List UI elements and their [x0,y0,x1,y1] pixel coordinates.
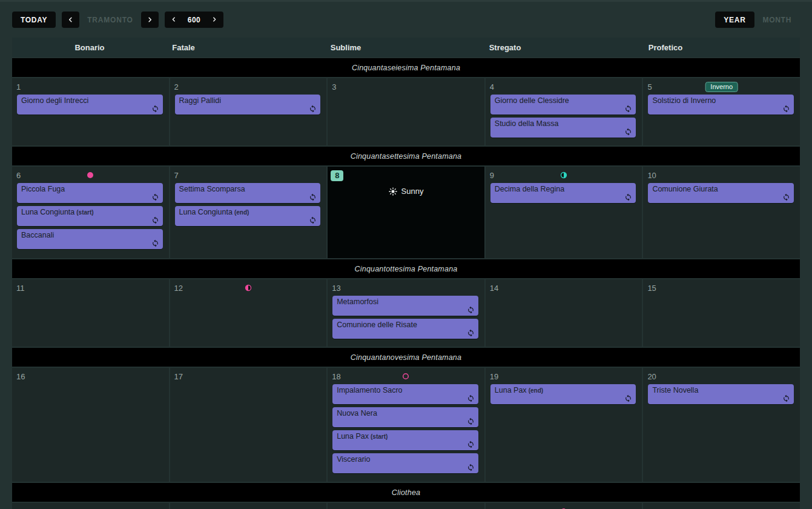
event-suffix: (start) [76,209,93,216]
event-title: Solstizio di Inverno [652,96,716,105]
day-cell-10[interactable]: 10Comunione Giurata [643,167,800,258]
event-pill[interactable]: Decima della Regina [490,183,636,203]
day-cell-22[interactable]: 22 [170,503,327,509]
event-pill[interactable]: Luna Pax(start) [332,430,478,450]
day-number: 17 [173,372,183,381]
event-pill[interactable]: Giorno degli Intrecci [17,95,163,115]
day-cell-header: 4 [489,81,639,95]
day-cell-24[interactable]: 24 [486,503,642,509]
day-cell-8[interactable]: 8Sunny [328,167,484,258]
prev-year-button[interactable] [165,12,183,28]
event-pill[interactable]: Triste Novella [648,384,794,404]
event-pill[interactable]: Metamorfosi [332,296,478,316]
event-pill[interactable]: Giorno delle Clessidre [490,95,636,115]
day-number: 18 [331,372,340,381]
day-number: 10 [646,171,656,180]
day-cell-header: 16 [15,371,166,384]
day-cell-11[interactable]: 11 [12,279,169,347]
day-cell-15[interactable]: 15 [643,279,800,347]
day-cell-5[interactable]: 5InvernoSolstizio di Inverno [643,78,800,145]
day-cell-21[interactable]: 21 [12,503,169,509]
day-cell-17[interactable]: 17 [170,368,327,482]
repeat-icon [467,329,475,337]
day-number: 6 [15,171,21,180]
calendar: BonarioFataleSublimeStregatoProfetico Ci… [12,38,800,509]
repeat-icon [309,105,317,113]
event-pill[interactable]: Studio della Massa [490,118,636,138]
event-title: Raggi Pallidi [179,96,221,105]
event-pill[interactable]: Solstizio di Inverno [648,95,794,115]
day-cell-12[interactable]: 12 [170,279,327,347]
day-cell-18[interactable]: 18Impalamento SacroNuova NeraLuna Pax(st… [328,368,484,482]
event-pill[interactable]: Impalamento Sacro [332,384,478,404]
event-suffix: (end) [234,209,249,216]
day-cell-25[interactable]: 25 [643,503,800,509]
month-view-button[interactable]: MONTH [754,12,800,28]
event-suffix: (end) [529,387,543,394]
day-cell-6[interactable]: 6Piccola FugaLuna Congiunta(start)Baccan… [12,167,169,258]
week-row: 1Giorno degli Intrecci2Raggi Pallidi34Gi… [12,78,800,145]
day-number: 2 [173,82,179,91]
day-cell-header: 18 [331,371,481,384]
day-number: 16 [15,372,25,381]
event-title: Studio della Massa [495,119,559,128]
event-pill[interactable]: Raggi Pallidi [175,95,321,115]
event-title: Impalamento Sacro [337,386,402,394]
repeat-icon [467,394,475,402]
repeat-icon [624,105,632,113]
day-cell-header: 17 [173,371,324,384]
day-cell-4[interactable]: 4Giorno delle ClessidreStudio della Mass… [486,78,642,145]
event-pill[interactable]: Viscerario [332,453,478,473]
event-title: Luna Pax [495,386,527,394]
today-button[interactable]: TODAY [12,12,56,28]
day-cell-header: 8 [331,170,481,183]
repeat-icon [624,193,632,201]
day-cell-16[interactable]: 16 [12,368,169,482]
event-pill[interactable]: Comunione Giurata [648,183,794,203]
day-cell-header: 6 [15,170,166,183]
event-title: Luna Pax [337,432,369,441]
day-cell-header: 5Inverno [646,81,797,95]
day-cell-1[interactable]: 1Giorno degli Intrecci [12,78,169,145]
event-title: Baccanali [21,231,54,239]
event-pill[interactable]: Luna Congiunta(start) [17,206,163,226]
week-row: 2122232425 [12,503,800,509]
week-banner: Cinquantanovesima Pentamana [12,348,800,367]
day-number: 9 [489,171,494,180]
next-month-button[interactable] [141,12,159,28]
event-pill[interactable]: Luna Pax(end) [490,384,636,404]
week-banner-label: Cinquantanovesima Pentamana [351,353,461,362]
day-cell-header: 25 [646,506,797,509]
day-cell-13[interactable]: 13MetamorfosiComunione delle Risate [328,279,484,347]
event-pill[interactable]: Piccola Fuga [17,183,163,203]
day-cell-3[interactable]: 3 [328,78,484,145]
day-cell-header: 11 [15,282,166,296]
day-cell-header: 14 [489,282,639,296]
event-pill[interactable]: Luna Congiunta(end) [175,206,321,226]
event-pill[interactable]: Baccanali [17,229,163,249]
weekday-header-label: Fatale [172,43,195,52]
weather-label: Sunny [401,187,424,196]
weekday-header: BonarioFataleSublimeStregatoProfetico [12,38,800,57]
repeat-icon [782,394,790,402]
current-month-label: TRAMONTO [87,16,133,24]
event-title: Comunione delle Risate [337,321,417,329]
week-banner-label: Cliothea [392,488,420,497]
week-banner-label: Cinquantaseiesima Pentamana [352,64,460,72]
day-cell-20[interactable]: 20Triste Novella [643,368,800,482]
next-year-button[interactable] [205,12,223,28]
day-number: 13 [331,284,340,293]
prev-month-button[interactable] [62,12,79,28]
year-view-button[interactable]: YEAR [715,12,754,28]
day-cell-19[interactable]: 19Luna Pax(end) [486,368,642,482]
day-cell-7[interactable]: 7Settima ScomparsaLuna Congiunta(end) [170,167,327,258]
day-cell-2[interactable]: 2Raggi Pallidi [170,78,327,145]
day-number: 11 [15,284,25,293]
day-cell-9[interactable]: 9Decima della Regina [486,167,642,258]
event-pill[interactable]: Nuova Nera [332,407,478,427]
day-cell-14[interactable]: 14 [486,279,642,347]
day-number: 12 [173,284,183,293]
day-cell-23[interactable]: 23 [328,503,484,509]
event-pill[interactable]: Settima Scomparsa [175,183,321,203]
event-pill[interactable]: Comunione delle Risate [332,319,478,339]
